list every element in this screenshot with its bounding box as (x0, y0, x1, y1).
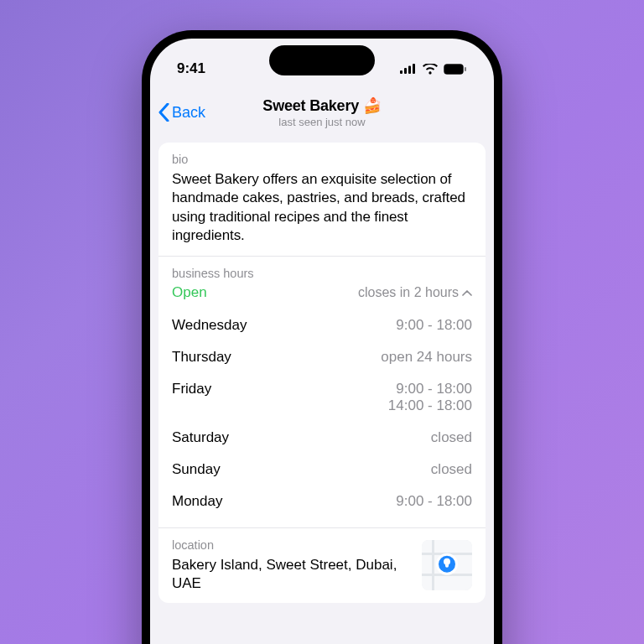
svg-rect-2 (408, 66, 411, 75)
back-button[interactable]: Back (158, 103, 205, 122)
phone-frame: 9:41 Back Sweet Bakery 🍰 last seen just … (142, 30, 502, 644)
screen: 9:41 Back Sweet Bakery 🍰 last seen just … (150, 39, 494, 644)
svg-rect-3 (413, 64, 415, 74)
hour-row: Sundayclosed (172, 454, 472, 486)
battery-icon (444, 64, 467, 75)
cellular-icon (400, 64, 417, 74)
svg-rect-5 (445, 65, 462, 73)
hour-time: closed (431, 461, 472, 478)
hour-day: Monday (172, 493, 222, 510)
hours-toggle[interactable]: Open closes in 2 hours (172, 284, 472, 301)
bio-cell[interactable]: bio Sweet Bakery offers an exquisite sel… (158, 143, 486, 256)
hour-row: Friday9:00 - 18:0014:00 - 18:00 (172, 373, 472, 422)
hour-row: Wednesday9:00 - 18:00 (172, 309, 472, 341)
hour-time: 9:00 - 18:0014:00 - 18:00 (388, 381, 472, 414)
nav-bar: Back Sweet Bakery 🍰 last seen just now (150, 89, 494, 136)
svg-rect-6 (465, 67, 466, 71)
map-thumbnail[interactable] (422, 540, 472, 590)
page-subtitle: last seen just now (278, 116, 365, 128)
hours-list: Wednesday9:00 - 18:00Thursdayopen 24 hou… (172, 309, 472, 517)
hour-time: 9:00 - 18:00 (396, 317, 472, 334)
hour-day: Friday (172, 381, 211, 397)
hour-day: Wednesday (172, 317, 247, 334)
hour-time: open 24 hours (381, 349, 472, 366)
svg-rect-1 (404, 68, 407, 74)
map-pin-icon (436, 553, 458, 575)
hour-day: Thursday (172, 349, 231, 366)
open-status: Open (172, 284, 207, 301)
hour-row: Thursdayopen 24 hours (172, 341, 472, 373)
hour-day: Saturday (172, 429, 229, 446)
chevron-left-icon (158, 103, 169, 122)
hour-row: Saturdayclosed (172, 422, 472, 454)
profile-card: bio Sweet Bakery offers an exquisite sel… (158, 143, 486, 603)
location-cell[interactable]: location Bakery Island, Sweet Street, Du… (158, 527, 486, 603)
wifi-icon (423, 64, 438, 75)
bio-text: Sweet Bakery offers an exquisite selecti… (172, 170, 472, 246)
location-address: Bakery Island, Sweet Street, Dubai, UAE (172, 556, 410, 593)
svg-rect-0 (400, 70, 402, 74)
dynamic-island (269, 45, 375, 75)
status-time: 9:41 (177, 60, 205, 77)
location-label: location (172, 538, 410, 552)
page-title: Sweet Bakery 🍰 (262, 96, 381, 115)
hours-cell: business hours Open closes in 2 hours We… (158, 256, 486, 527)
closes-in-text: closes in 2 hours (358, 285, 459, 300)
hour-time: 9:00 - 18:00 (396, 493, 472, 510)
hour-time: closed (431, 429, 472, 446)
back-label: Back (172, 104, 205, 122)
bio-label: bio (172, 153, 472, 166)
status-icons (400, 64, 467, 75)
hour-day: Sunday (172, 461, 221, 478)
hour-row: Monday9:00 - 18:00 (172, 486, 472, 517)
hours-label: business hours (172, 267, 472, 280)
chevron-up-icon (462, 289, 472, 296)
